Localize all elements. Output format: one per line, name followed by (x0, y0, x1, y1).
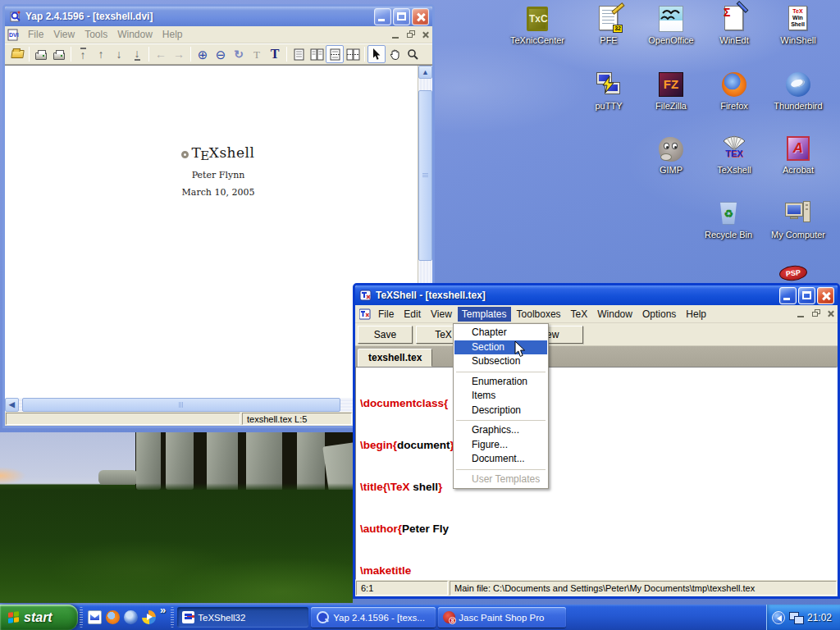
firefox-quicklaunch-icon[interactable] (106, 610, 120, 624)
minimize-button[interactable] (779, 287, 797, 304)
menu-view[interactable]: View (49, 27, 79, 42)
zoom-out-button[interactable]: ⊖ (212, 45, 230, 63)
tab-texshell-tex[interactable]: texshell.tex (358, 349, 432, 367)
facing-pages-icon (310, 48, 324, 61)
maximize-button[interactable] (393, 8, 410, 25)
texshell-titlebar[interactable]: TeXShell - [texshell.tex] (355, 285, 838, 305)
grass (0, 490, 353, 603)
font-small-button[interactable]: T (248, 45, 266, 63)
facing-pages-view-button[interactable] (308, 45, 326, 63)
task-paint-shop-pro[interactable]: 8 Jasc Paint Shop Pro (438, 607, 566, 628)
prev-page-button[interactable]: ↑ (92, 45, 110, 63)
menu-options[interactable]: Options (638, 307, 680, 322)
open-button[interactable] (8, 45, 26, 63)
mdi-close-button[interactable] (419, 30, 432, 40)
code-editor[interactable]: \documentclass{ \begin{document} \title{… (355, 367, 838, 580)
menuitem-section[interactable]: Section (454, 340, 547, 355)
scroll-left-button[interactable]: ◀ (5, 398, 19, 412)
monitor-shape (785, 203, 803, 217)
start-button[interactable]: start (0, 605, 78, 630)
forward-button[interactable]: → (170, 45, 188, 63)
mdi-minimize-button[interactable] (390, 30, 403, 40)
mdi-restore-button[interactable] (810, 308, 823, 319)
menu-file[interactable]: File (24, 27, 48, 42)
menuitem-subsection[interactable]: Subsection (454, 354, 547, 369)
next-page-button[interactable]: ↓ (110, 45, 128, 63)
menuitem-figure[interactable]: Figure... (454, 438, 547, 453)
close-button[interactable] (412, 8, 429, 25)
desktop-icon-texniccenter[interactable]: TxC TeXnicCenter (506, 5, 568, 45)
menuitem-graphics[interactable]: Graphics... (454, 423, 547, 438)
media-player-quicklaunch-icon[interactable] (142, 610, 156, 624)
save-button[interactable]: Save (358, 326, 413, 344)
desktop-icon-putty[interactable]: puTTY (578, 71, 640, 111)
desktop-icon-pfe[interactable]: 32 PFE (578, 5, 640, 45)
menuitem-items[interactable]: Items (454, 389, 547, 404)
menu-edit[interactable]: Edit (399, 307, 425, 322)
tray-collapse-chevron[interactable] (772, 611, 785, 624)
menu-file[interactable]: File (374, 307, 398, 322)
menu-window[interactable]: Window (113, 27, 157, 42)
mdi-restore-button[interactable] (404, 30, 418, 40)
desktop-icon-filezilla[interactable]: FZ FileZilla (640, 71, 702, 111)
font-large-button[interactable]: T (266, 45, 284, 63)
magnifier-tool-button[interactable] (404, 45, 422, 63)
print-preview-button[interactable] (50, 45, 68, 63)
task-texshell32[interactable]: TeXShell32 (177, 607, 308, 628)
menu-tools[interactable]: Tools (80, 27, 112, 42)
outlook-express-icon[interactable] (88, 610, 102, 624)
network-tray-icon[interactable] (789, 612, 803, 623)
menuitem-description[interactable]: Description (454, 404, 547, 418)
mdi-close-button[interactable] (824, 308, 838, 319)
dvi-document-icon: DVI (7, 29, 20, 41)
menu-help[interactable]: Help (158, 27, 187, 42)
menuitem-enumeration[interactable]: Enumeration (454, 375, 547, 390)
menu-window[interactable]: Window (593, 307, 637, 322)
desktop-icon-recycle-bin[interactable]: ♻ Recycle Bin (692, 199, 765, 240)
desktop-icon-winshell[interactable]: TeX Win Shell WinShell (767, 5, 829, 45)
refresh-button[interactable]: ↻ (230, 45, 248, 63)
desktop-icon-acrobat[interactable]: A Acrobat (767, 135, 829, 175)
horizontal-scroll-thumb[interactable] (22, 398, 340, 412)
scroll-up-button[interactable]: ▲ (418, 66, 432, 79)
single-page-view-button[interactable] (290, 45, 308, 63)
menuitem-chapter[interactable]: Chapter (454, 326, 547, 340)
maximize-button[interactable] (798, 287, 815, 304)
menuitem-document[interactable]: Document... (454, 452, 547, 467)
minimize-button[interactable] (374, 8, 391, 25)
vertical-scroll-thumb[interactable] (418, 90, 432, 261)
menu-separator (456, 372, 546, 372)
pointer-tool-button[interactable] (368, 45, 386, 63)
desktop-icon-openoffice[interactable]: OpenOffice (640, 5, 702, 45)
continuous-facing-view-button[interactable] (344, 45, 362, 63)
mdi-minimize-button[interactable] (795, 308, 808, 319)
acrobat-square: A (787, 136, 810, 161)
task-yap[interactable]: Yap 2.4.1596 - [texs... (311, 607, 436, 628)
horizon-glow (0, 467, 26, 485)
continuous-view-button[interactable] (326, 45, 344, 63)
dvi-page-content: TEXshell Peter Flynn March 10, 2005 (136, 144, 300, 198)
desktop-icon-thunderbird[interactable]: Thunderbird (767, 71, 829, 111)
quicklaunch-more-chevron[interactable]: » (160, 605, 166, 616)
zoom-in-button[interactable]: ⊕ (194, 45, 212, 63)
acrobat-icon: A (784, 135, 812, 162)
menu-templates[interactable]: Templates (458, 307, 511, 322)
thunderbird-quicklaunch-icon[interactable] (124, 610, 138, 624)
desktop-icon-gimp[interactable]: GIMP (640, 135, 702, 175)
desktop-icon-my-computer[interactable]: My Computer (761, 199, 835, 240)
desktop-icon-texshell[interactable]: TEX TeXshell (703, 135, 765, 175)
desktop-icon-winedt[interactable]: Σ WinEdt (703, 5, 765, 45)
menu-tex[interactable]: TeX (567, 307, 592, 322)
back-button[interactable]: ← (152, 45, 170, 63)
desktop-icon-firefox[interactable]: Firefox (703, 71, 765, 111)
menu-help[interactable]: Help (682, 307, 710, 322)
hand-tool-button[interactable] (386, 45, 404, 63)
putty-icon (595, 71, 623, 98)
menu-view[interactable]: View (427, 307, 456, 322)
close-button[interactable] (817, 287, 834, 304)
first-page-button[interactable]: ↑ (74, 45, 92, 63)
menu-toolboxes[interactable]: Toolboxes (513, 307, 565, 322)
yap-titlebar[interactable]: Yap 2.4.1596 - [texshell.dvi] (5, 7, 432, 26)
print-button[interactable] (32, 45, 50, 63)
last-page-button[interactable]: ↓ (128, 45, 146, 63)
